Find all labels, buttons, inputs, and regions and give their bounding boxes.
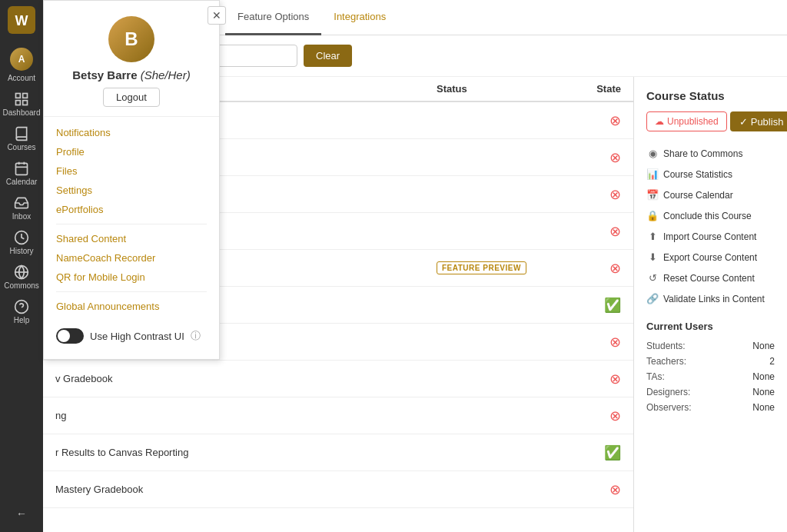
reset-content-link[interactable]: ↺ Reset Course Content [646,268,775,288]
disabled-icon[interactable]: ⊗ [609,149,621,166]
sidebar-item-dashboard[interactable]: Dashboard [0,87,43,121]
reset-icon: ↺ [646,272,659,284]
nav-notifications[interactable]: Notifications [56,123,207,142]
sidebar-item-account[interactable]: A Account [0,43,43,87]
share-icon: ◉ [646,148,659,159]
profile-nav: Notifications Profile Files Settings ePo… [44,117,219,322]
share-to-commons-link[interactable]: ◉ Share to Commons [646,144,775,163]
table-row: r Results to Canvas Reporting ✅ [43,434,633,471]
contrast-toggle-row: Use High Contrast UI ⓘ [44,322,219,350]
svg-rect-3 [23,94,28,98]
calendar-icon: 📅 [646,189,659,201]
disabled-icon[interactable]: ⊗ [609,223,621,240]
lock-icon: 🔒 [646,210,659,221]
profile-dropdown-header: B Betsy Barre (She/Her) Logout [44,1,219,117]
table-row: v Gradebook ⊗ [43,361,633,397]
disabled-icon[interactable]: ⊗ [609,186,621,203]
collapse-sidebar-button[interactable]: ← [10,501,33,526]
high-contrast-toggle[interactable] [56,328,84,344]
toggle-knob [58,330,70,342]
import-content-link[interactable]: ⬆ Import Course Content [646,227,775,246]
disabled-icon[interactable]: ⊗ [609,371,621,387]
nav-shared-content[interactable]: Shared Content [56,229,207,248]
unpublished-button[interactable]: ☁ Unpublished [646,111,727,131]
current-users-title: Current Users [646,321,775,332]
user-row-tas: TAs: None [646,369,775,384]
sidebar-item-help[interactable]: Help [0,294,43,329]
enabled-icon[interactable]: ✅ [604,444,621,461]
disabled-icon[interactable]: ⊗ [609,407,621,424]
chart-icon: 📊 [646,168,659,180]
svg-text:W: W [15,13,28,28]
info-icon: ⓘ [191,329,201,343]
nav-qr-login[interactable]: QR for Mobile Login [56,268,207,287]
svg-rect-6 [16,163,28,175]
clear-button[interactable]: Clear [304,45,352,67]
disabled-icon[interactable]: ⊗ [609,334,621,351]
course-statistics-link[interactable]: 📊 Course Statistics [646,165,775,184]
cloud-off-icon: ☁ [655,116,664,127]
publish-button[interactable]: ✓ Publish [730,111,787,131]
nav-eportfolios[interactable]: ePortfolios [56,200,207,219]
nav-namecoach[interactable]: NameCoach Recorder [56,248,207,268]
app-logo[interactable]: W [8,6,35,34]
sidebar-item-calendar[interactable]: Calendar [0,156,43,191]
disabled-icon[interactable]: ⊗ [609,260,621,277]
sidebar-item-commons[interactable]: Commons [0,260,43,294]
checkmark-icon: ✓ [739,116,748,128]
conclude-course-link[interactable]: 🔒 Conclude this Course [646,206,775,225]
status-buttons: ☁ Unpublished ✓ Publish [646,111,775,131]
disabled-icon[interactable]: ⊗ [609,481,621,498]
disabled-icon[interactable]: ⊗ [609,112,621,129]
profile-dropdown: B Betsy Barre (She/Her) Logout Notificat… [43,0,220,360]
user-row-students: Students: None [646,338,775,354]
nav-profile[interactable]: Profile [56,142,207,161]
sidebar-item-courses[interactable]: Courses [0,121,43,156]
upload-icon: ⬆ [646,231,659,242]
link-icon: 🔗 [646,293,659,304]
svg-rect-2 [16,94,21,98]
nav-settings[interactable]: Settings [56,181,207,200]
user-row-teachers: Teachers: 2 [646,354,775,369]
profile-name: Betsy Barre (She/Her) [72,68,190,81]
logout-button[interactable]: Logout [103,88,160,107]
user-row-designers: Designers: None [646,384,775,400]
user-row-observers: Observers: None [646,400,775,415]
table-row: ng ⊗ [43,397,633,434]
course-status-title: Course Status [646,89,775,102]
close-dropdown-button[interactable]: ✕ [208,6,226,25]
course-calendar-link[interactable]: 📅 Course Calendar [646,185,775,204]
tab-integrations[interactable]: Integrations [321,0,398,35]
enabled-icon[interactable]: ✅ [604,297,621,314]
svg-rect-4 [16,101,21,105]
avatar: B [108,16,154,62]
sidebar: W A Account Dashboard Courses Calendar I… [0,0,43,532]
export-content-link[interactable]: ⬇ Export Course Content [646,248,775,267]
table-row: Mastery Gradebook ⊗ [43,471,633,508]
sidebar-item-history[interactable]: History [0,225,43,260]
sidebar-item-inbox[interactable]: Inbox [0,191,43,225]
nav-files[interactable]: Files [56,161,207,181]
download-icon: ⬇ [646,251,659,263]
course-action-links: ◉ Share to Commons 📊 Course Statistics 📅… [646,144,775,308]
validate-links-link[interactable]: 🔗 Validate Links in Content [646,289,775,308]
feature-preview-badge: FEATURE PREVIEW [437,261,526,274]
tab-feature-options[interactable]: Feature Options [225,0,321,35]
nav-global-announcements[interactable]: Global Announcements [56,297,207,316]
right-panel: Course Status ☁ Unpublished ✓ Publish ◉ … [633,77,787,532]
svg-rect-5 [23,101,28,105]
